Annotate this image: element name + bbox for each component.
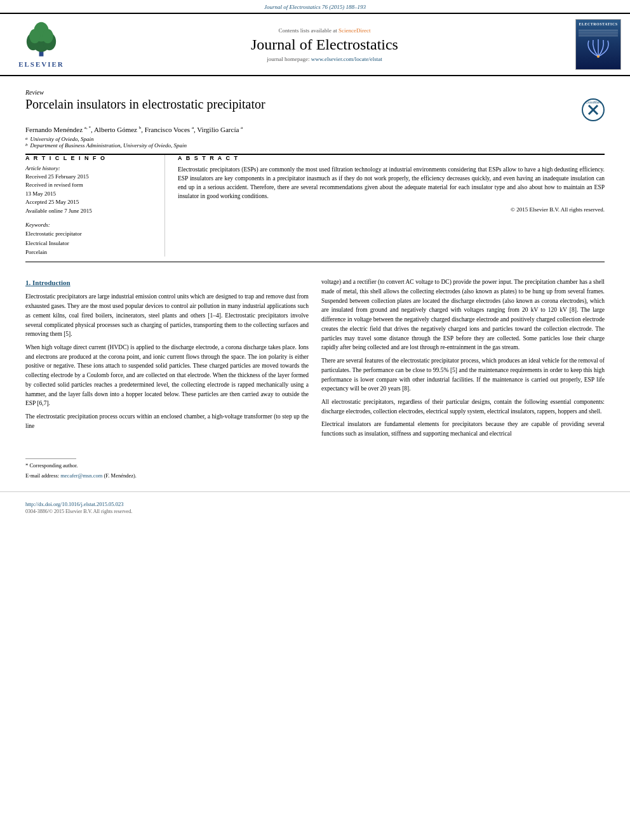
- body-right-column: voltage) and a rectifier (to convert AC …: [321, 277, 605, 481]
- abstract-text: Electrostatic precipitators (ESPs) are c…: [178, 165, 605, 201]
- author-fernando: Fernando Menéndez a, *: [25, 126, 91, 133]
- body-divider: [25, 262, 605, 262]
- copyright-line: © 2015 Elsevier B.V. All rights reserved…: [178, 206, 605, 213]
- keywords-block: Keywords: Electrostatic precipitator Ele…: [25, 222, 154, 257]
- journal-cover: ELECTROSTATICS: [575, 19, 621, 70]
- elsevier-wordmark: ELSEVIER: [18, 60, 64, 68]
- affil-sup-a: a: [25, 136, 28, 142]
- revised-date: 13 May 2015: [25, 190, 154, 199]
- intro-heading: 1. Introduction: [25, 277, 309, 288]
- body-para-1: Electrostatic precipitators are large in…: [25, 292, 309, 339]
- section-title: Introduction: [32, 279, 70, 286]
- article-title: Porcelain insulators in electrostatic pr…: [25, 96, 575, 112]
- abstract-column: A B S T R A C T Electrostatic precipitat…: [178, 155, 605, 257]
- article-section: Review Porcelain insulators in electrost…: [0, 76, 630, 149]
- footnote-section: * Corresponding author. E-mail address: …: [25, 434, 309, 479]
- right-para-3: All electrostatic precipitators, regardl…: [321, 397, 605, 416]
- article-type-label: Review: [25, 89, 44, 96]
- svg-text:CrossMark: CrossMark: [586, 100, 601, 104]
- email-label: E-mail address:: [25, 472, 59, 479]
- author-francisco: Francisco Voces a: [145, 126, 194, 133]
- cover-field-icon: [579, 37, 617, 60]
- body-para-3: The electrostatic precipitation process …: [25, 412, 309, 430]
- homepage-link[interactable]: www.elsevier.com/locate/elstat: [311, 56, 382, 62]
- affil-text-b: Department of Business Administration, U…: [30, 142, 187, 149]
- cover-decorative-lines: [579, 29, 618, 37]
- affiliations: a University of Oviedo, Spain b Departme…: [25, 136, 605, 149]
- journal-header: ELSEVIER Contents lists available at Sci…: [0, 13, 630, 76]
- corresponding-author-note: * Corresponding author.: [25, 462, 309, 470]
- abstract-heading: A B S T R A C T: [178, 155, 605, 161]
- history-label: Article history:: [25, 165, 154, 171]
- received-date: Received 25 February 2015: [25, 173, 154, 182]
- body-section: 1. Introduction Electrostatic precipitat…: [0, 267, 630, 481]
- email-note: E-mail address: mecafer@msn.com (F. Mené…: [25, 472, 309, 480]
- body-columns: 1. Introduction Electrostatic precipitat…: [25, 277, 605, 481]
- keyword-2: Electrical Insulator: [25, 239, 154, 248]
- svg-point-7: [597, 55, 600, 58]
- footnote-divider: [25, 458, 76, 459]
- sciencedirect-prefix: Contents lists available at: [279, 27, 338, 34]
- journal-cover-container: ELECTROSTATICS: [573, 19, 624, 70]
- page: Journal of Electrostatics 76 (2015) 188–…: [0, 0, 630, 840]
- right-para-1: voltage) and a rectifier (to convert AC …: [321, 277, 605, 352]
- affiliation-b: b Department of Business Administration,…: [25, 142, 605, 149]
- section-number: 1.: [25, 279, 30, 286]
- elsevier-logo-container: ELSEVIER: [6, 19, 76, 70]
- email-author-note: (F. Menéndez).: [104, 472, 136, 479]
- doi-link[interactable]: http://dx.doi.org/10.1016/j.elstat.2015.…: [25, 501, 605, 507]
- right-para-4: Electrical insulators are fundamental el…: [321, 420, 605, 438]
- author-email-link[interactable]: mecafer@msn.com: [60, 472, 102, 479]
- crossmark-icon[interactable]: CrossMark: [582, 98, 605, 121]
- elsevier-logo: ELSEVIER: [16, 21, 67, 68]
- svg-point-6: [43, 29, 53, 43]
- cover-title-text: ELECTROSTATICS: [579, 22, 617, 26]
- accepted-date: Accepted 25 May 2015: [25, 198, 154, 207]
- affil-sup-b: b: [25, 142, 28, 149]
- author-virgilio: Virgilio García a: [197, 126, 243, 133]
- top-journal-reference: Journal of Electrostatics 76 (2015) 188–…: [0, 0, 630, 13]
- footer-copyright: 0304-3886/© 2015 Elsevier B.V. All right…: [25, 509, 605, 514]
- elsevier-tree-icon: [16, 21, 67, 59]
- sciencedirect-link[interactable]: ScienceDirect: [338, 27, 370, 34]
- article-type-row: Review: [25, 89, 605, 96]
- affiliation-a: a University of Oviedo, Spain: [25, 136, 605, 142]
- svg-point-5: [29, 29, 40, 43]
- available-date: Available online 7 June 2015: [25, 207, 154, 216]
- sciencedirect-line: Contents lists available at ScienceDirec…: [279, 27, 371, 34]
- body-para-2: When high voltage direct current (HVDC) …: [25, 343, 309, 408]
- homepage-prefix: journal homepage:: [267, 56, 311, 62]
- article-info-heading: A R T I C L E I N F O: [25, 155, 154, 161]
- footer-section: http://dx.doi.org/10.1016/j.elstat.2015.…: [0, 491, 630, 514]
- body-left-column: 1. Introduction Electrostatic precipitat…: [25, 277, 309, 481]
- revised-label: Received in revised form: [25, 181, 154, 190]
- keyword-3: Porcelain: [25, 248, 154, 257]
- author-alberto: Alberto Gómez b: [94, 126, 141, 133]
- affil-text-a: University of Oviedo, Spain: [30, 136, 94, 142]
- journal-ref-text: Journal of Electrostatics 76 (2015) 188–…: [264, 4, 366, 10]
- header-center: Contents lists available at ScienceDirec…: [83, 19, 566, 70]
- homepage-line: journal homepage: www.elsevier.com/locat…: [267, 56, 382, 62]
- info-abstract-section: A R T I C L E I N F O Article history: R…: [0, 155, 630, 257]
- authors-line: Fernando Menéndez a, *, Alberto Gómez b,…: [25, 125, 605, 133]
- keywords-label: Keywords:: [25, 222, 154, 228]
- right-para-2: There are several features of the electr…: [321, 356, 605, 394]
- keyword-1: Electrostatic precipitator: [25, 229, 154, 238]
- journal-title: Journal of Electrostatics: [251, 36, 398, 53]
- article-info-column: A R T I C L E I N F O Article history: R…: [25, 155, 165, 257]
- article-title-row: Porcelain insulators in electrostatic pr…: [25, 96, 605, 121]
